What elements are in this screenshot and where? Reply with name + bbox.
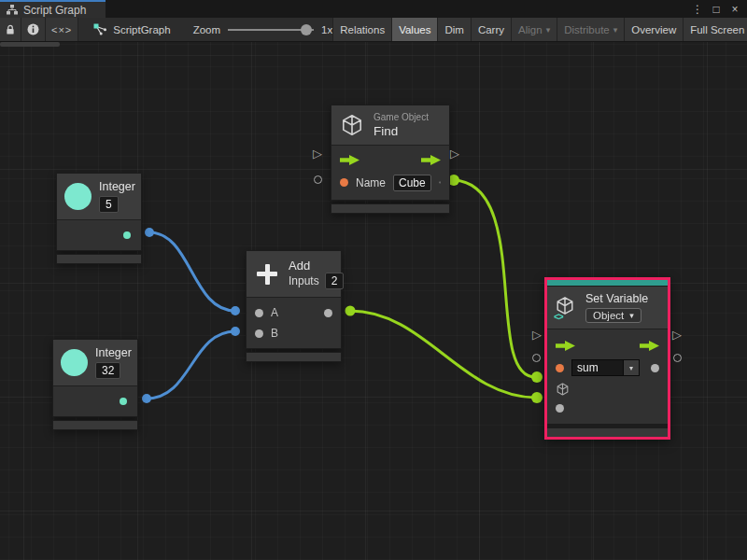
- object-target-row: [547, 379, 668, 399]
- flow-out-connector-triangle[interactable]: ▷: [450, 147, 459, 160]
- chevron-down-icon: ▾: [546, 25, 551, 35]
- lock-icon: [6, 24, 15, 35]
- integer-type-icon: [61, 349, 88, 376]
- output-port[interactable]: [123, 231, 131, 239]
- lock-button[interactable]: [0, 18, 21, 41]
- node-title: Integer: [95, 346, 132, 359]
- window-menu-icon[interactable]: ⋮: [690, 3, 705, 16]
- node-footer: [246, 352, 342, 362]
- info-button[interactable]: [21, 18, 46, 41]
- graph-canvas[interactable]: Integer 5 Integer 32 Add: [0, 42, 747, 560]
- value-out-connector-circle[interactable]: [673, 354, 682, 362]
- name-value-field[interactable]: Cube: [393, 175, 431, 191]
- flow-in-arrow-icon[interactable]: [556, 341, 575, 351]
- flow-row: [547, 334, 668, 357]
- port-row-a: A: [247, 302, 341, 323]
- variable-name-port[interactable]: [556, 364, 564, 372]
- variable-scope-dropdown[interactable]: Object ▾: [585, 308, 641, 323]
- tab-label: Script Graph: [23, 4, 86, 17]
- zoom-label: Zoom: [193, 24, 220, 35]
- flow-out-connector-triangle[interactable]: ▷: [672, 329, 682, 341]
- tab-script-graph[interactable]: Script Graph: [0, 0, 106, 18]
- node-set-variable[interactable]: <> Set Variable Object ▾ sum: [544, 277, 670, 440]
- node-integer-b[interactable]: Integer 32: [52, 339, 138, 430]
- flow-in-connector-triangle[interactable]: ▷: [532, 329, 542, 341]
- fullscreen-button[interactable]: Full Screen: [683, 18, 747, 41]
- name-connector-circle[interactable]: [314, 175, 322, 184]
- graph-toolbar: <×> ScriptGraph Zoom 1x Relations Values…: [0, 18, 747, 42]
- overview-button[interactable]: Overview: [624, 18, 683, 41]
- value-input-row: [547, 399, 668, 418]
- code-brackets-icon: <>: [554, 312, 563, 322]
- graph-name-label: ScriptGraph: [113, 24, 170, 35]
- integer-value-field[interactable]: 32: [95, 362, 120, 379]
- integer-type-icon: [64, 183, 92, 210]
- name-input-port[interactable]: [340, 178, 348, 187]
- node-footer: [56, 254, 142, 264]
- node-footer: [52, 420, 138, 430]
- add-icon: [255, 262, 279, 287]
- chevron-down-icon: ▾: [629, 311, 634, 320]
- zoom-slider-handle[interactable]: [301, 24, 312, 35]
- zoom-value: 1x: [321, 24, 332, 35]
- input-port-a[interactable]: [255, 309, 263, 317]
- values-button[interactable]: Values: [391, 18, 437, 41]
- script-graph-asset-icon: [93, 23, 107, 35]
- value-output-port[interactable]: [651, 364, 659, 372]
- set-variable-icon: <>: [555, 295, 577, 320]
- node-title: Find: [374, 124, 429, 138]
- close-icon[interactable]: ×: [727, 3, 742, 16]
- flow-out-arrow-icon[interactable]: [640, 341, 659, 351]
- port-row-b: B: [247, 323, 341, 343]
- titlebar: Script Graph ⋮ □ ×: [0, 0, 747, 18]
- inputs-label: Inputs: [289, 274, 319, 287]
- zoom-slider[interactable]: [228, 18, 314, 42]
- script-graph-tab-icon: [7, 5, 18, 15]
- inputs-count-field[interactable]: 2: [325, 273, 345, 289]
- relations-button[interactable]: Relations: [332, 18, 391, 41]
- variable-name-row: sum ▾: [547, 357, 668, 379]
- value-input-port[interactable]: [556, 404, 564, 413]
- flow-row: [331, 149, 449, 171]
- graph-reference[interactable]: ScriptGraph: [93, 18, 170, 41]
- dim-button[interactable]: Dim: [437, 18, 470, 41]
- code-icon: <×>: [51, 24, 72, 35]
- code-view-button[interactable]: <×>: [46, 18, 78, 41]
- port-label-b: B: [271, 327, 278, 340]
- node-title: Add: [289, 259, 344, 273]
- flow-out-arrow-icon[interactable]: [421, 155, 441, 165]
- flow-in-connector-triangle[interactable]: ▷: [313, 147, 322, 160]
- name-label: Name: [356, 176, 386, 189]
- info-icon: [27, 23, 39, 35]
- align-button[interactable]: Align ▾: [511, 18, 557, 41]
- chevron-down-icon[interactable]: ▾: [624, 359, 640, 376]
- chevron-down-icon: ▾: [613, 25, 618, 35]
- node-footer: [331, 203, 450, 214]
- variable-connector-circle[interactable]: [532, 354, 541, 362]
- output-port[interactable]: [120, 398, 127, 405]
- flow-in-arrow-icon[interactable]: [340, 155, 359, 165]
- maximize-icon[interactable]: □: [709, 3, 724, 16]
- node-footer: [547, 428, 668, 437]
- node-add[interactable]: Add Inputs 2 A B: [246, 250, 342, 362]
- gameobject-output-icon[interactable]: [439, 175, 441, 190]
- node-gameobject-find[interactable]: Game Object Find Name Cube: [331, 105, 450, 214]
- variable-name-dropdown[interactable]: sum ▾: [571, 359, 640, 376]
- integer-value-field[interactable]: 5: [99, 196, 119, 213]
- gameobject-input-port[interactable]: [556, 382, 570, 397]
- node-title: Integer: [99, 180, 135, 193]
- node-category: Game Object: [374, 112, 429, 122]
- node-title: Set Variable: [585, 292, 648, 305]
- distribute-button[interactable]: Distribute ▾: [557, 18, 624, 41]
- carry-button[interactable]: Carry: [471, 18, 511, 41]
- gameobject-cube-icon: [340, 112, 364, 138]
- input-port-b[interactable]: [255, 329, 263, 338]
- name-param-row: Name Cube: [331, 171, 449, 194]
- node-integer-a[interactable]: Integer 5: [56, 173, 142, 264]
- port-label-a: A: [271, 306, 278, 319]
- output-port-sum[interactable]: [324, 309, 332, 317]
